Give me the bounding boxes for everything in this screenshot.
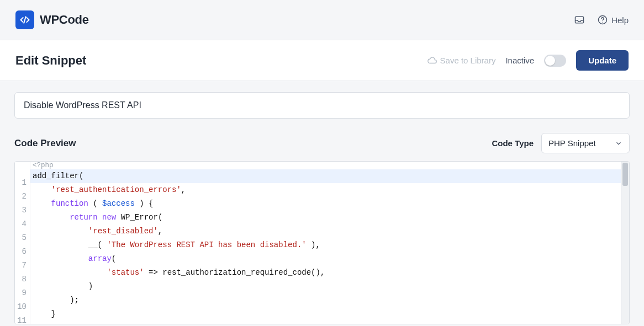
- editor-gutter: 1234567891011: [15, 162, 30, 324]
- editor-scrollbar[interactable]: [621, 162, 629, 324]
- code-type-label: Code Type: [492, 138, 534, 148]
- brand-logo-icon: [15, 10, 34, 29]
- svg-point-2: [602, 22, 603, 23]
- active-toggle[interactable]: [544, 55, 566, 67]
- brand-name: WPCode: [40, 13, 89, 27]
- code-preview-label: Code Preview: [14, 138, 76, 149]
- brand: WPCode: [15, 10, 89, 29]
- inbox-icon[interactable]: [574, 14, 585, 25]
- editor-code[interactable]: <?phpadd_filter( 'rest_authentication_er…: [30, 162, 629, 324]
- code-editor[interactable]: 1234567891011 <?phpadd_filter( 'rest_aut…: [14, 161, 630, 324]
- save-to-library-label: Save to Library: [440, 56, 496, 65]
- help-label: Help: [611, 15, 629, 25]
- code-type-group: Code Type PHP Snippet: [492, 133, 630, 153]
- snippet-title-input[interactable]: [14, 92, 630, 119]
- page-controls: Save to Library Inactive Update: [427, 50, 629, 71]
- cloud-icon: [427, 56, 437, 66]
- app-topbar: WPCode Help: [0, 0, 644, 40]
- page-header: Edit Snippet Save to Library Inactive Up…: [0, 40, 644, 81]
- page-title: Edit Snippet: [15, 54, 86, 68]
- update-button[interactable]: Update: [576, 50, 629, 71]
- top-actions: Help: [574, 14, 629, 25]
- code-preview-header: Code Preview Code Type PHP Snippet: [14, 133, 630, 153]
- code-type-select[interactable]: PHP Snippet: [541, 133, 630, 153]
- page-body: Code Preview Code Type PHP Snippet 12345…: [0, 81, 644, 326]
- help-link[interactable]: Help: [597, 14, 629, 25]
- code-type-value: PHP Snippet: [548, 138, 596, 148]
- status-label: Inactive: [505, 56, 534, 65]
- save-to-library-button[interactable]: Save to Library: [427, 56, 496, 66]
- chevron-down-icon: [615, 140, 622, 147]
